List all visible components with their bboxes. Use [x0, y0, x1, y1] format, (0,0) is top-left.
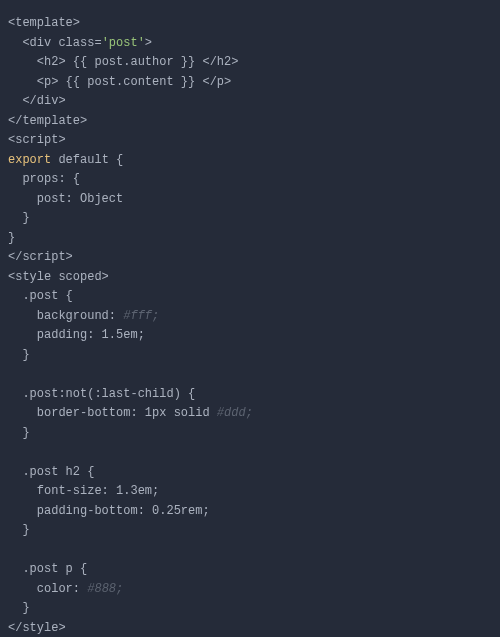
code-line: </div> [8, 94, 66, 108]
code-line: } [8, 601, 30, 615]
code-line: .post p { [8, 562, 87, 576]
code-line: padding: 1.5em; [8, 328, 145, 342]
code-line: <style scoped> [8, 270, 109, 284]
code-line: } [8, 348, 30, 362]
code-line: props: { [8, 172, 80, 186]
code-line: <h2> {{ post.author }} </h2> [8, 55, 238, 69]
code-line: color: #888; [8, 582, 123, 596]
code-line: .post:not(:last-child) { [8, 387, 195, 401]
code-line: <p> {{ post.content }} </p> [8, 75, 231, 89]
code-block: <template> <div class='post'> <h2> {{ po… [0, 0, 500, 637]
code-line: font-size: 1.3em; [8, 484, 159, 498]
code-line: } [8, 523, 30, 537]
code-line: export default { [8, 153, 123, 167]
code-line: padding-bottom: 0.25rem; [8, 504, 210, 518]
code-line: </script> [8, 250, 73, 264]
code-line: </style> [8, 621, 66, 635]
code-line: <template> [8, 16, 80, 30]
code-line: .post { [8, 289, 73, 303]
code-line: } [8, 231, 15, 245]
code-line: <div class='post'> [8, 36, 152, 50]
code-line: post: Object [8, 192, 123, 206]
code-line: .post h2 { [8, 465, 94, 479]
code-line: <script> [8, 133, 66, 147]
code-line: } [8, 211, 30, 225]
code-line: border-bottom: 1px solid #ddd; [8, 406, 253, 420]
code-line: background: #fff; [8, 309, 159, 323]
code-line: } [8, 426, 30, 440]
code-line: </template> [8, 114, 87, 128]
